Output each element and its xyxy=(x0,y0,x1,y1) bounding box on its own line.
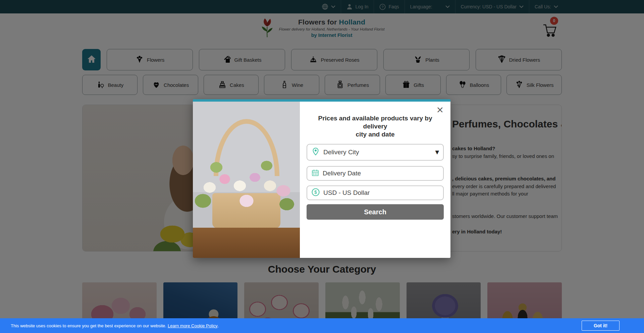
modal-title: Prices and available products vary by de… xyxy=(307,114,444,138)
delivery-search-modal: × Prices and available products vary by … xyxy=(193,99,450,258)
delivery-city-value: Delivery City xyxy=(323,149,359,156)
delivery-city-select[interactable]: Delivery City ▼ xyxy=(307,144,444,161)
currency-select[interactable]: $ USD - US Dollar xyxy=(307,185,444,200)
modal-title-line2: city and date xyxy=(307,130,444,138)
page: Log In ? Faqs Language: Currency: USD - … xyxy=(0,0,644,333)
table-graphic xyxy=(193,228,300,258)
modal-accent-strip xyxy=(193,99,450,102)
search-button[interactable]: Search xyxy=(307,204,444,220)
modal-body: × Prices and available products vary by … xyxy=(193,102,450,258)
modal-form-panel: × Prices and available products vary by … xyxy=(300,102,450,258)
close-icon[interactable]: × xyxy=(436,105,444,114)
currency-value: USD - US Dollar xyxy=(323,189,370,197)
cookie-policy-link[interactable]: Learn more Cookie Policy xyxy=(168,323,218,328)
dropdown-caret-icon: ▼ xyxy=(435,149,439,155)
modal-photo-flower-basket xyxy=(193,102,300,258)
dollar-icon: $ xyxy=(311,188,320,198)
cookie-message: This website uses cookies to ensure you … xyxy=(11,323,166,328)
delivery-date-value: Delivery Date xyxy=(323,170,361,177)
modal-title-line1: Prices and available products vary by de… xyxy=(307,114,444,130)
svg-text:$: $ xyxy=(314,189,317,195)
cookie-suffix: . xyxy=(218,323,219,328)
delivery-date-input[interactable]: Delivery Date xyxy=(307,166,444,181)
cookie-banner: This website uses cookies to ensure you … xyxy=(0,318,644,333)
calendar-icon xyxy=(311,169,319,178)
got-it-button[interactable]: Got it! xyxy=(582,321,620,331)
flowers-graphic xyxy=(193,147,300,221)
location-pin-icon xyxy=(311,147,320,157)
